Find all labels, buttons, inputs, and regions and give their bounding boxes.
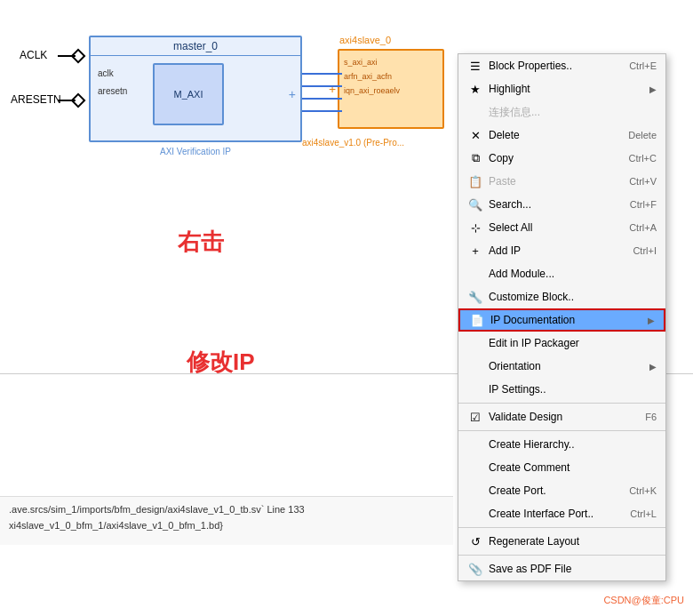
- menu-item-label-create-hierarchy: Create Hierarchy..: [489, 438, 657, 451]
- menu-item-shortcut-validate-design: F6: [645, 412, 657, 422]
- context-menu: ☰Block Properties..Ctrl+E★Highlight▶连接信息…: [458, 53, 666, 581]
- menu-item-arrow-highlight: ▶: [649, 84, 657, 94]
- menu-item-label-highlight: Highlight: [489, 83, 646, 95]
- conn-line-3: [302, 98, 342, 100]
- menu-item-label-search: Search...: [489, 198, 623, 211]
- menu-item-customize-block[interactable]: 🔧Customize Block..: [458, 285, 665, 308]
- menu-item-arrow-ip-documentation: ▶: [648, 316, 655, 325]
- no-icon: [467, 460, 483, 476]
- menu-item-orientation[interactable]: Orientation▶: [458, 355, 665, 378]
- menu-item-shortcut-paste: Ctrl+V: [629, 176, 657, 187]
- menu-item-shortcut-search: Ctrl+F: [630, 199, 657, 210]
- annotation-right-click: 右击: [178, 227, 224, 258]
- menu-item-search[interactable]: 🔍Search...Ctrl+F: [458, 193, 665, 216]
- menu-item-label-paste: Paste: [489, 175, 622, 188]
- pdf-icon: 📎: [467, 561, 483, 577]
- delete-icon: ✕: [467, 127, 483, 143]
- no-icon: [467, 436, 483, 452]
- slave-block-title: axi4slave_0: [339, 35, 391, 45]
- menu-item-shortcut-create-port: Ctrl+K: [629, 485, 657, 496]
- separator-after-ip-settings: [458, 403, 665, 404]
- master-block-inner: aclk aresetn M_AXI +: [91, 56, 300, 136]
- menu-item-label-add-module: Add Module...: [489, 268, 657, 280]
- no-icon: [467, 506, 483, 522]
- menu-item-regenerate-layout[interactable]: ↺Regenerate Layout: [458, 530, 665, 553]
- menu-item-shortcut-add-ip: Ctrl+I: [633, 245, 657, 256]
- validate-icon: ☑: [467, 409, 483, 425]
- highlight-icon: ★: [467, 81, 483, 97]
- slave-block-ports: s_axi_axi arfn_axi_acfn iqn_axi_roeaelv: [339, 51, 442, 102]
- menu-item-label-create-comment: Create Comment: [489, 461, 657, 474]
- aclk-label: ACLK: [20, 49, 47, 61]
- menu-item-arrow-orientation: ▶: [649, 362, 657, 372]
- menu-item-paste: 📋PasteCtrl+V: [458, 170, 665, 193]
- no-icon: [467, 358, 483, 374]
- master-block[interactable]: master_0 aclk aresetn M_AXI + AXI Verifi…: [89, 36, 302, 142]
- master-ports: aclk aresetn: [98, 65, 127, 100]
- slave-block[interactable]: axi4slave_0 + s_axi_axi arfn_axi_acfn iq…: [338, 49, 444, 129]
- no-icon: [467, 266, 483, 282]
- separator-after-create-interface-port: [458, 527, 665, 528]
- add-icon: +: [467, 243, 483, 259]
- menu-item-shortcut-create-interface-port: Ctrl+L: [630, 508, 657, 519]
- menu-item-block-properties[interactable]: ☰Block Properties..Ctrl+E: [458, 54, 665, 77]
- slave-subtitle: axi4slave_v1.0 (Pre-Pro...: [302, 138, 404, 148]
- connector-aresetn: [58, 100, 76, 101]
- separator-after-validate-design: [458, 430, 665, 431]
- menu-item-label-connection-info: 连接信息...: [489, 105, 657, 120]
- menu-item-shortcut-copy: Ctrl+C: [629, 153, 657, 164]
- no-icon: [467, 104, 483, 120]
- conn-line-1: [302, 73, 342, 75]
- paste-icon: 📋: [467, 173, 483, 189]
- menu-item-create-comment[interactable]: Create Comment: [458, 456, 665, 479]
- aresetn-label: ARESETN: [11, 93, 61, 106]
- menu-item-create-interface-port[interactable]: Create Interface Port..Ctrl+L: [458, 502, 665, 525]
- menu-item-copy[interactable]: ⧉CopyCtrl+C: [458, 147, 665, 170]
- menu-item-highlight[interactable]: ★Highlight▶: [458, 77, 665, 100]
- menu-item-ip-documentation[interactable]: 📄IP Documentation▶: [458, 308, 665, 332]
- properties-icon: ☰: [467, 58, 483, 74]
- no-icon: [467, 483, 483, 499]
- menu-item-connection-info: 连接信息...: [458, 100, 665, 124]
- slave-plus: +: [329, 82, 336, 96]
- customize-icon: 🔧: [467, 289, 483, 305]
- menu-item-delete[interactable]: ✕DeleteDelete: [458, 124, 665, 147]
- conn-line-2: [302, 85, 342, 87]
- menu-item-add-ip[interactable]: +Add IPCtrl+I: [458, 239, 665, 262]
- menu-item-create-hierarchy[interactable]: Create Hierarchy..: [458, 433, 665, 456]
- no-icon: [467, 381, 483, 397]
- connector-aclk: [58, 55, 76, 57]
- menu-item-label-orientation: Orientation: [489, 360, 646, 372]
- menu-item-label-block-properties: Block Properties..: [489, 60, 622, 72]
- menu-item-label-copy: Copy: [489, 152, 622, 164]
- ipdoc-icon: 📄: [469, 312, 485, 328]
- conn-line-4: [302, 110, 342, 112]
- menu-item-label-add-ip: Add IP: [489, 244, 625, 257]
- master-inner-label: M_AXI: [173, 89, 203, 100]
- menu-item-label-create-interface-port: Create Interface Port..: [489, 508, 623, 520]
- search-icon: 🔍: [467, 196, 483, 212]
- menu-item-label-delete: Delete: [489, 129, 621, 141]
- menu-item-edit-in-ip-packager[interactable]: Edit in IP Packager: [458, 332, 665, 355]
- menu-item-save-as-pdf[interactable]: 📎Save as PDF File: [458, 557, 665, 580]
- menu-item-label-ip-documentation: IP Documentation: [490, 314, 644, 326]
- menu-item-shortcut-delete: Delete: [628, 130, 657, 140]
- master-inner-plus: +: [289, 87, 296, 101]
- menu-item-shortcut-select-all: Ctrl+A: [629, 222, 657, 233]
- menu-item-label-regenerate-layout: Regenerate Layout: [489, 535, 657, 548]
- menu-item-label-select-all: Select All: [489, 221, 622, 234]
- canvas-background: ACLK ARESETN master_0 aclk aresetn M_AXI…: [0, 0, 693, 616]
- master-inner-block: M_AXI: [153, 63, 224, 125]
- master-subtitle: AXI Verification IP: [91, 147, 300, 156]
- menu-item-create-port[interactable]: Create Port.Ctrl+K: [458, 479, 665, 502]
- status-bar: .ave.srcs/sim_1/imports/bfm_design/axi4s…: [0, 496, 453, 545]
- menu-item-select-all[interactable]: ⊹Select AllCtrl+A: [458, 216, 665, 239]
- menu-item-ip-settings[interactable]: IP Settings..: [458, 378, 665, 401]
- status-line1: .ave.srcs/sim_1/imports/bfm_design/axi4s…: [9, 501, 444, 517]
- menu-item-validate-design[interactable]: ☑Validate DesignF6: [458, 405, 665, 428]
- watermark: CSDN@俊童:CPU: [603, 594, 684, 607]
- menu-item-add-module[interactable]: Add Module...: [458, 262, 665, 285]
- master-block-title: master_0: [91, 37, 300, 56]
- menu-item-label-ip-settings: IP Settings..: [489, 383, 657, 396]
- regen-icon: ↺: [467, 533, 483, 549]
